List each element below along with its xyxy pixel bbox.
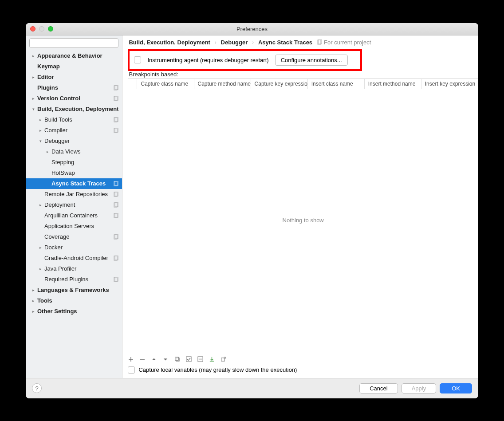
tree-item-label: HotSwap (51, 169, 118, 176)
crumb-item[interactable]: Build, Execution, Deployment (129, 39, 210, 46)
table-header[interactable]: Capture class name (137, 79, 194, 89)
tree-item[interactable]: ▸Remote Jar Repositories (26, 189, 122, 200)
project-icon (113, 213, 118, 218)
tree-item[interactable]: ▸Coverage (26, 232, 122, 242)
chevron-right-icon: ▸ (38, 267, 43, 271)
project-icon (113, 181, 118, 186)
table-header[interactable]: Insert key expression (421, 79, 478, 89)
tree-item[interactable]: ▸Build Tools (26, 114, 122, 125)
tree-item[interactable]: ▸HotSwap (26, 168, 122, 178)
table-head-row: Capture class name Capture method name C… (128, 79, 477, 89)
project-icon (113, 128, 118, 133)
chevron-right-icon: ▸ (38, 128, 43, 133)
chevron-right-icon: ▸ (45, 150, 50, 154)
table-header[interactable]: Capture method name (194, 79, 251, 89)
tree-item[interactable]: ▸Stepping (26, 157, 122, 168)
settings-tree[interactable]: ▸Appearance & Behavior▸Keymap▸Editor▸Plu… (26, 51, 122, 378)
tree-item-label: Data Views (51, 148, 118, 155)
ok-button[interactable]: OK (440, 383, 472, 393)
preferences-window: Preferences ▸Appearance & Behavior▸Keyma… (26, 23, 478, 398)
project-icon (113, 192, 118, 197)
tree-item[interactable]: ▸Compiler (26, 125, 122, 136)
table-header-checkbox[interactable] (128, 79, 137, 89)
move-down-icon[interactable] (162, 356, 169, 362)
tree-item[interactable]: ▸Languages & Frameworks (26, 285, 122, 295)
configure-annotations-button[interactable]: Configure annotations... (275, 55, 348, 66)
chevron-right-icon: › (252, 39, 254, 45)
tree-item-label: Arquillian Containers (44, 212, 111, 219)
apply-button[interactable]: Apply (402, 383, 437, 393)
tree-item[interactable]: ▸Gradle-Android Compiler (26, 253, 122, 264)
tree-item[interactable]: ▸Editor (26, 72, 122, 83)
project-icon (317, 39, 322, 45)
tree-item-label: Keymap (37, 63, 118, 70)
add-icon[interactable] (128, 356, 134, 362)
import-icon[interactable] (209, 356, 215, 362)
tree-item-label: Languages & Frameworks (37, 287, 118, 293)
tree-item[interactable]: ▸Docker (26, 242, 122, 253)
dialog-footer: ? Cancel Apply OK (26, 378, 478, 398)
svg-rect-28 (186, 357, 191, 362)
move-up-icon[interactable] (151, 356, 157, 362)
enable-icon[interactable] (185, 356, 192, 362)
chevron-right-icon: ▸ (38, 203, 43, 207)
tree-item[interactable]: ▸Arquillian Containers (26, 210, 122, 221)
project-icon (113, 96, 118, 101)
tree-item-label: Deployment (44, 201, 111, 208)
breadcrumb: Build, Execution, Deployment › Debugger … (122, 35, 478, 47)
tree-item[interactable]: ▸Application Servers (26, 221, 122, 232)
help-button[interactable]: ? (32, 383, 42, 393)
chevron-right-icon: ▸ (31, 54, 35, 58)
tree-item[interactable]: ▸Plugins (26, 83, 122, 93)
tree-item-label: Remote Jar Repositories (44, 191, 111, 197)
tree-item[interactable]: ▾Debugger (26, 136, 122, 146)
copy-icon[interactable] (174, 356, 180, 362)
export-icon[interactable] (220, 356, 226, 362)
crumb-item[interactable]: Debugger (221, 39, 248, 46)
tree-item[interactable]: ▸Required Plugins (26, 274, 122, 285)
chevron-right-icon: ▸ (38, 118, 43, 122)
tree-item[interactable]: ▸Keymap (26, 61, 122, 72)
chevron-right-icon: ▸ (31, 288, 35, 292)
table-header[interactable]: Insert method name (365, 79, 421, 89)
tree-item[interactable]: ▸Tools (26, 295, 122, 306)
titlebar: Preferences (26, 23, 478, 35)
project-scope-label: For current project (317, 39, 371, 46)
tree-item[interactable]: ▸Version Control (26, 93, 122, 104)
highlighted-region: Instrumenting agent (requires debugger r… (128, 49, 362, 71)
svg-rect-26 (175, 357, 178, 360)
tree-item[interactable]: ▸Appearance & Behavior (26, 51, 122, 61)
tree-item[interactable]: ▸Other Settings (26, 306, 122, 317)
svg-rect-27 (176, 358, 179, 361)
table-header[interactable]: Insert class name (308, 79, 365, 89)
tree-item[interactable]: ▸Async Stack Traces (26, 178, 122, 189)
tree-item[interactable]: ▸Deployment (26, 200, 122, 210)
sidebar: ▸Appearance & Behavior▸Keymap▸Editor▸Plu… (26, 35, 122, 378)
tree-item-label: Editor (37, 74, 118, 80)
breakpoints-table: Capture class name Capture method name C… (128, 79, 478, 352)
tree-item[interactable]: ▸Data Views (26, 146, 122, 157)
chevron-right-icon: ▸ (31, 96, 35, 101)
chevron-down-icon: ▾ (31, 107, 35, 111)
capture-local-row: Capture local variables (may greatly slo… (128, 366, 478, 374)
crumb-item[interactable]: Async Stack Traces (258, 39, 312, 46)
tree-item-label: Async Stack Traces (51, 180, 111, 187)
table-header[interactable]: Capture key expression (251, 79, 308, 89)
tree-item-label: Stepping (51, 159, 118, 165)
disable-icon[interactable] (197, 356, 203, 362)
cancel-button[interactable]: Cancel (359, 383, 398, 393)
project-icon (113, 117, 118, 122)
tree-item-label: Other Settings (37, 308, 118, 315)
tree-item[interactable]: ▸Java Profiler (26, 264, 122, 274)
table-toolbar (128, 355, 478, 364)
capture-local-checkbox[interactable] (128, 366, 135, 374)
search-input[interactable] (29, 38, 118, 48)
tree-item[interactable]: ▾Build, Execution, Deployment (26, 104, 122, 114)
tree-item-label: Version Control (37, 95, 111, 102)
project-icon (113, 277, 118, 282)
remove-icon[interactable] (139, 356, 146, 362)
instrumenting-agent-checkbox[interactable] (134, 56, 141, 63)
tree-item-label: Appearance & Behavior (37, 52, 118, 59)
tree-item-label: Compiler (44, 127, 111, 134)
tree-item-label: Build, Execution, Deployment (37, 106, 118, 112)
